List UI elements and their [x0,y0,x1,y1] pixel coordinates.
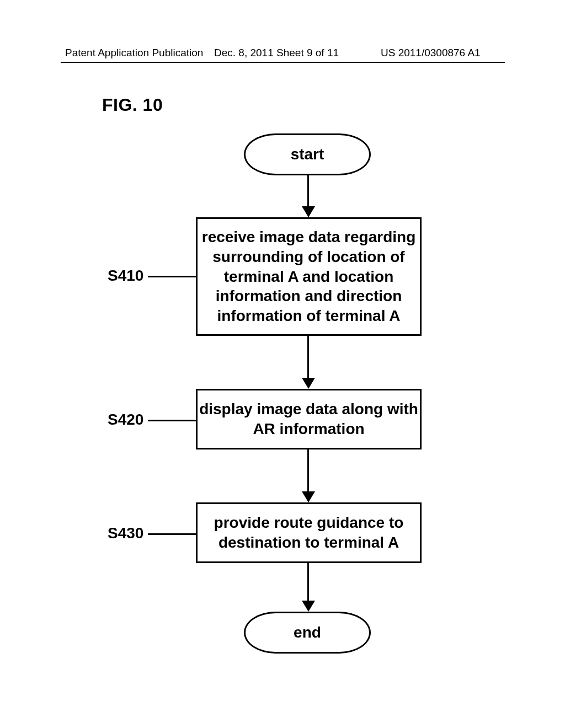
step-s430-connector [148,533,196,535]
step-s420-box: display image data along with AR informa… [196,389,422,449]
step-s430-label: S430 [108,524,143,542]
terminal-end: end [244,612,371,654]
terminal-start: start [244,133,371,175]
arrow [307,563,309,602]
publication-number: US 2011/0300876 A1 [381,47,481,59]
step-s420-connector [148,420,196,421]
date-and-sheet: Dec. 8, 2011 Sheet 9 of 11 [214,47,339,59]
arrow-head-icon [302,206,315,217]
step-s420-label: S420 [108,411,143,429]
step-s410-box: receive image data regarding surrounding… [196,217,422,336]
arrow-head-icon [302,378,315,389]
arrow-head-icon [302,491,315,502]
arrow [307,336,309,379]
arrow [307,175,309,207]
arrow-head-icon [302,601,315,612]
header-rule [61,62,505,63]
figure-label: FIG. 10 [102,95,163,115]
arrow [307,449,309,493]
step-s410-connector [148,276,196,277]
step-s410-label: S410 [108,267,143,285]
patent-page: Patent Application Publication Dec. 8, 2… [0,0,565,728]
publication-type: Patent Application Publication [65,47,203,59]
step-s430-box: provide route guidance to destination to… [196,502,422,563]
page-header: Patent Application Publication Dec. 8, 2… [0,47,565,63]
